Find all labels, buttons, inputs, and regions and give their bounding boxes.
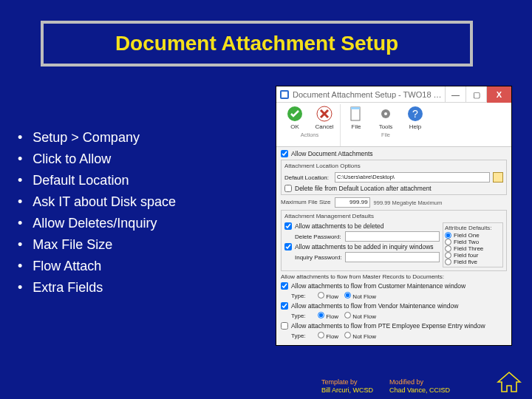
window-minimize-button[interactable]: — bbox=[445, 86, 466, 103]
allow-document-attachments-checkbox[interactable]: Allow Document Attachments bbox=[281, 150, 507, 157]
bullet-list: Setup > Company Click to Allow Default L… bbox=[18, 130, 262, 301]
max-file-size-input[interactable]: 999.99 bbox=[335, 197, 370, 208]
notflow-radio[interactable]: Not Flow bbox=[344, 292, 376, 300]
attr-field-one[interactable]: Field One bbox=[445, 232, 501, 239]
modified-by-name: Chad Vance, CCISD bbox=[389, 386, 450, 395]
svg-text:?: ? bbox=[412, 108, 418, 120]
x-icon bbox=[316, 106, 332, 122]
flow-vendor-checkbox[interactable]: Allow attachments to flow from Vendor Ma… bbox=[281, 302, 507, 310]
template-by-label: Template by bbox=[321, 378, 373, 386]
ribbon: OK Cancel Actions File bbox=[276, 103, 511, 147]
browse-folder-button[interactable] bbox=[493, 172, 503, 183]
attr-field-three[interactable]: Field Three bbox=[445, 245, 501, 252]
window-maximize-button[interactable]: ▢ bbox=[466, 86, 486, 103]
dialog-body: Allow Document Attachments Attachment Lo… bbox=[276, 147, 511, 343]
check-icon bbox=[287, 106, 303, 122]
list-item: Ask IT about Disk space bbox=[18, 194, 262, 210]
location-options: Attachment Location Options Default Loca… bbox=[281, 160, 507, 195]
ribbon-group-actions: Actions bbox=[301, 132, 319, 138]
slide-title: Document Attachment Setup bbox=[115, 32, 398, 55]
template-by-name: Bill Arcuri, WCSD bbox=[321, 386, 373, 395]
file-button[interactable]: File bbox=[344, 104, 369, 130]
attr-field-four[interactable]: Field four bbox=[445, 252, 501, 259]
cancel-button[interactable]: Cancel bbox=[312, 104, 337, 130]
allow-inquiry-checkbox[interactable]: Allow attachments to be added in inquiry… bbox=[284, 243, 440, 250]
svg-rect-5 bbox=[351, 107, 360, 109]
flow-radio[interactable]: Flow bbox=[318, 292, 338, 300]
delete-password-input[interactable] bbox=[345, 231, 440, 242]
tools-button[interactable]: Tools bbox=[373, 104, 398, 130]
ok-button[interactable]: OK bbox=[282, 104, 307, 130]
file-icon bbox=[348, 106, 364, 122]
list-item: Extra Fields bbox=[18, 280, 262, 296]
default-location-input[interactable]: C:\Users\abre\Desktop\ bbox=[335, 172, 490, 183]
document-attachment-setup-dialog: Document Attachment Setup - TWO18 (st… —… bbox=[276, 86, 512, 346]
attr-field-two[interactable]: Field Two bbox=[445, 239, 501, 245]
flow-customer-type: Type: Flow Not Flow bbox=[281, 292, 507, 300]
flow-pte-type: Type: Flow Not Flow bbox=[281, 332, 507, 340]
window-close-button[interactable]: X bbox=[486, 86, 511, 103]
app-icon bbox=[279, 89, 290, 100]
list-item: Setup > Company bbox=[18, 130, 262, 146]
dialog-titlebar: Document Attachment Setup - TWO18 (st… —… bbox=[276, 86, 511, 103]
dialog-title: Document Attachment Setup - TWO18 (st… bbox=[293, 90, 442, 99]
modified-by-label: Modified by bbox=[389, 378, 450, 386]
svg-point-7 bbox=[384, 112, 387, 115]
notflow-radio[interactable]: Not Flow bbox=[344, 332, 376, 340]
svg-marker-10 bbox=[498, 372, 520, 392]
list-item: Default Location bbox=[18, 173, 262, 188]
flow-customer-checkbox[interactable]: Allow attachments to flow from Customer … bbox=[281, 282, 507, 290]
flow-pte-checkbox[interactable]: Allow attachments to flow from PTE Emplo… bbox=[281, 322, 507, 330]
help-button[interactable]: ? Help bbox=[403, 104, 428, 130]
list-item: Flow Attach bbox=[18, 259, 262, 274]
flow-radio[interactable]: Flow bbox=[318, 332, 338, 340]
credits: Template by Bill Arcuri, WCSD Modified b… bbox=[321, 378, 450, 395]
max-file-hint: 999.99 Megabyte Maximum bbox=[374, 200, 443, 206]
list-item: Allow Deletes/Inquiry bbox=[18, 216, 262, 231]
attribute-defaults: Attribute Defaults: Field One Field Two … bbox=[443, 222, 503, 267]
max-file-size-row: Maximum File Size 999.99 999.99 Megabyte… bbox=[281, 197, 507, 208]
allow-delete-checkbox[interactable]: Allow attachments to be deleted bbox=[284, 222, 440, 230]
svg-rect-1 bbox=[282, 92, 287, 98]
attr-field-five[interactable]: Field five bbox=[445, 259, 501, 265]
flow-vendor-type: Type: Flow Not Flow bbox=[281, 312, 507, 320]
list-item: Max File Size bbox=[18, 237, 262, 253]
attachment-management-defaults: Attachment Management Defaults Allow att… bbox=[281, 210, 507, 271]
flow-section-label: Allow attachments to flow from Master Re… bbox=[281, 273, 507, 280]
ribbon-group-file: File bbox=[381, 132, 390, 138]
notflow-radio[interactable]: Not Flow bbox=[344, 312, 376, 320]
slide-title-box: Document Attachment Setup bbox=[41, 21, 473, 66]
default-location-label: Default Location: bbox=[284, 174, 332, 181]
delete-file-after-attach-checkbox[interactable]: Delete file from Default Location after … bbox=[284, 185, 503, 192]
help-icon: ? bbox=[407, 106, 423, 122]
flow-radio[interactable]: Flow bbox=[318, 312, 338, 320]
inquiry-password-input[interactable] bbox=[345, 252, 440, 262]
home-icon[interactable] bbox=[497, 371, 522, 393]
list-item: Click to Allow bbox=[18, 151, 262, 167]
gear-icon bbox=[378, 106, 394, 122]
